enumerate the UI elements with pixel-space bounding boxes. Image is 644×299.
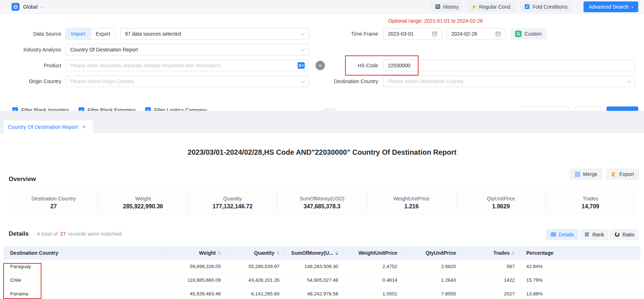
custom-label: Custom (524, 31, 542, 37)
regular-cond-label: Regular Cond. (479, 4, 511, 10)
stat-label: Destination Country (31, 196, 76, 201)
sort-icon-active-desc[interactable] (335, 251, 338, 255)
product-input[interactable] (66, 60, 309, 71)
cell-weight: 45,939,483.46 (165, 287, 226, 299)
industry-analysis-value: Country Of Destination Report (70, 47, 138, 53)
stat-label: SumOfMoney(USD) (300, 196, 344, 201)
advanced-search-button[interactable]: Advanced Search › (583, 1, 638, 12)
filter-form: Data Source Import Export 97 data source… (0, 14, 644, 111)
stat-quantity: Quantity 177,132,146.72 (188, 192, 277, 213)
overview-panel: Destination Country 27 Weight 285,922,99… (9, 191, 635, 214)
export-button[interactable]: Export (606, 168, 639, 180)
stat-label: Trades (583, 196, 598, 201)
cell-trades: 2027 (461, 287, 520, 299)
merge-icon (575, 172, 580, 177)
sort-icon[interactable] (277, 251, 279, 255)
stat-weight: Weight 285,922,990.36 (98, 192, 187, 213)
hs-code-input[interactable] (383, 60, 635, 71)
calendar-icon (495, 31, 501, 37)
fold-conditions-button[interactable]: Fold Conditions (520, 2, 572, 12)
tab-country-of-destination-report[interactable]: Country Of Destination Report × (4, 121, 93, 133)
sort-icon[interactable] (218, 251, 221, 255)
topbar-actions: History ★ Regular Cond. Fold Conditions … (431, 1, 638, 12)
rank-icon (585, 232, 590, 237)
industry-analysis-label: Industry Analysis (0, 44, 61, 55)
data-sources-value: 97 data sources selected (125, 31, 181, 37)
column-header-quantity[interactable]: Quantity (226, 246, 285, 260)
column-label: Destination Country (10, 250, 58, 256)
data-sources-select[interactable]: 97 data sources selected (120, 28, 309, 40)
column-header-percentage: Percentage (520, 246, 640, 260)
table-row[interactable]: Chile 118,985,660.09 43,428,201.35 54,90… (4, 273, 640, 287)
date-from-picker[interactable]: 2023-03-01 (383, 28, 442, 40)
column-header-trades[interactable]: Trades (461, 246, 520, 260)
cell-country: Panama (4, 287, 165, 299)
globe-icon[interactable] (12, 3, 19, 11)
region-selector-label[interactable]: Global (23, 4, 37, 10)
overview-heading: Overview (9, 176, 36, 183)
matched-suffix: records were matched (68, 231, 121, 237)
translate-icon[interactable]: 文A (298, 62, 305, 69)
chevron-down-icon (301, 31, 305, 35)
cell-quantity: 55,280,539.97 (226, 260, 285, 273)
stat-label: Quantity (223, 196, 242, 201)
calendar-icon (432, 31, 438, 37)
export-toggle[interactable]: Export (90, 28, 115, 39)
cell-weight-unit-price: 0.4614 (343, 273, 402, 287)
destination-country-select[interactable]: Please select Destination Country (383, 76, 635, 87)
details-table: Destination Country Weight Quantity SumO… (4, 246, 640, 299)
import-toggle[interactable]: Import (66, 28, 90, 39)
stat-value: 285,922,990.36 (123, 203, 163, 210)
cell-country: Paraguay (4, 260, 165, 273)
view-ratio-label: Ratio (622, 232, 634, 237)
column-header-sum-of-money[interactable]: SumOfMoney(U... (285, 246, 343, 260)
custom-range-button[interactable]: Custom (510, 28, 547, 40)
view-details-button[interactable]: Details (546, 229, 579, 240)
date-to-picker[interactable]: 2024-02-28 (447, 28, 506, 40)
regular-cond-button[interactable]: ★ Regular Cond. (467, 2, 516, 12)
chevron-down-icon (627, 79, 631, 83)
star-icon: ★ (471, 4, 476, 9)
cell-country: Chile (4, 273, 165, 287)
stat-weight-unit-price: WeightUnitPrice 1.216 (367, 192, 456, 213)
industry-analysis-select[interactable]: Country Of Destination Report (66, 44, 309, 55)
history-button[interactable]: History (431, 2, 463, 12)
hs-code-label: HS Code (317, 60, 378, 71)
column-header-weight[interactable]: Weight (165, 246, 226, 260)
origin-country-label: Origin Country (0, 76, 61, 87)
origin-country-select[interactable]: Please select Origin Country (66, 76, 309, 87)
page: Global History ★ Regular Cond. Fold Cond… (0, 0, 644, 299)
stat-qty-unit-price: QtyUnitPrice 1.9629 (456, 192, 545, 213)
stat-value: 1.9629 (492, 203, 510, 210)
data-source-toggle: Import Export (66, 28, 116, 40)
table-row[interactable]: Panama 45,939,483.46 6,141,265.80 48,242… (4, 287, 640, 299)
stat-value: 1.216 (404, 203, 419, 210)
view-ratio-button[interactable]: Ratio (610, 229, 639, 240)
matched-prefix: A total of (37, 231, 58, 237)
column-label: Quantity (254, 250, 274, 256)
chevron-down-icon (301, 79, 305, 83)
optional-range-text: Optional range: 2021-01-01 to 2024-02-28 (388, 18, 483, 24)
view-rank-button[interactable]: Rank (580, 229, 609, 240)
chevron-down-icon[interactable] (41, 4, 45, 8)
merge-button[interactable]: Merge (570, 168, 603, 180)
stat-value: 177,132,146.72 (213, 203, 252, 210)
column-header-destination-country: Destination Country (4, 246, 165, 260)
details-table-icon (551, 232, 556, 237)
column-label: SumOfMoney(U... (291, 250, 333, 256)
chevron-down-icon (301, 47, 305, 51)
stat-label: QtyUnitPrice (487, 196, 515, 201)
merge-label: Merge (583, 171, 598, 177)
table-row[interactable]: Paraguay 59,899,326.05 55,280,539.97 148… (4, 260, 640, 273)
cell-qty-unit-price: 2.6820 (402, 260, 461, 273)
view-rank-label: Rank (592, 232, 604, 237)
table-header-row: Destination Country Weight Quantity SumO… (4, 246, 640, 260)
cell-sum-of-money: 148,263,509.30 (285, 260, 343, 273)
stat-value: 14,709 (582, 203, 599, 210)
tab-title: Country Of Destination Report (8, 124, 78, 130)
fold-conditions-label: Fold Conditions (532, 4, 567, 10)
sort-icon[interactable] (512, 251, 515, 255)
stat-sum-of-money: SumOfMoney(USD) 347,685,378.3 (277, 192, 366, 213)
close-icon[interactable]: × (82, 124, 86, 130)
cell-qty-unit-price: 7.8555 (402, 287, 461, 299)
